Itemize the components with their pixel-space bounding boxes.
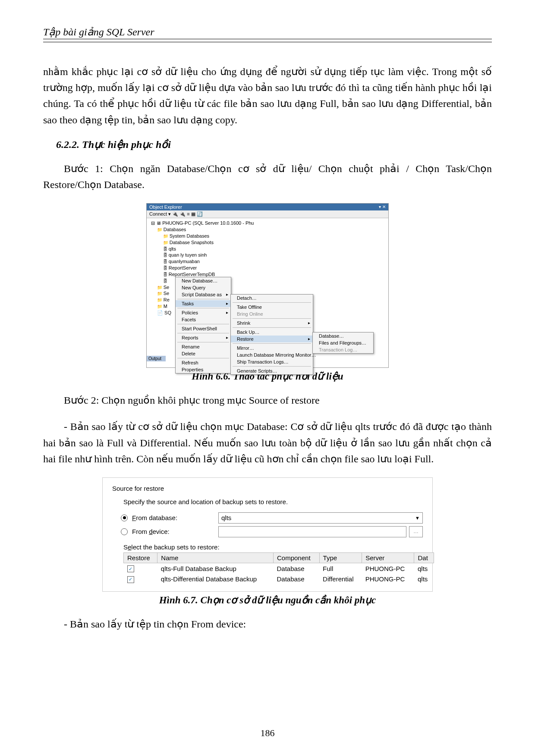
- mi-newdb[interactable]: New Database…: [176, 277, 231, 284]
- figure-6-7: Source for restore Specify the source an…: [102, 477, 433, 592]
- mi-rename[interactable]: Rename: [176, 343, 231, 350]
- cell-server-0: PHUONG-PC: [362, 563, 414, 574]
- mi-launchmirror[interactable]: Launch Database Mirroring Monitor…: [231, 351, 313, 358]
- from-db-combo[interactable]: qlts ▼: [218, 512, 423, 524]
- mi-startps[interactable]: Start PowerShell: [176, 325, 231, 332]
- object-explorer-titlebar: Object Explorer ▾ ✕: [147, 204, 388, 210]
- mi-backup[interactable]: Back Up…: [231, 329, 313, 336]
- from-device-label: From device:: [132, 528, 201, 535]
- paragraph-2: - Bản sao lấy từ cơ sở dữ liệu chọn mục …: [43, 419, 492, 467]
- header-title: Tập bài giảng SQL Server: [43, 26, 154, 38]
- th-name: Name: [157, 552, 274, 563]
- mi-mirror[interactable]: Mirror…: [231, 345, 313, 351]
- browse-button[interactable]: …: [409, 526, 423, 537]
- connect-button[interactable]: Connect ▾: [149, 211, 171, 216]
- object-explorer-title: Object Explorer: [149, 204, 182, 210]
- db-reportserver[interactable]: ReportServer: [151, 265, 239, 271]
- backup-sets-table[interactable]: Restore Name Component Type Server Dat ✓…: [123, 552, 434, 584]
- mi-refresh[interactable]: Refresh: [176, 359, 231, 366]
- select-backup-label: Select the backup sets to restore:: [123, 543, 423, 551]
- db-quanly[interactable]: quan ly tuyen sinh: [151, 252, 239, 258]
- cell-comp-1: Database: [274, 574, 320, 584]
- mi-tasks[interactable]: Tasks: [176, 300, 231, 307]
- output-pane-label: Output: [147, 356, 166, 361]
- toolbar-icons[interactable]: 🔌 🔌 ≡ ▦ 🔄: [172, 211, 203, 216]
- cell-db-1: qlts: [414, 574, 434, 584]
- step2: Bước 2: Chọn nguồn khôi phục trong mục S…: [43, 392, 492, 408]
- page-number: 186: [0, 728, 535, 739]
- th-component: Component: [274, 552, 320, 563]
- checkbox-row0[interactable]: ✓: [127, 565, 134, 572]
- table-row[interactable]: ✓ qlts-Differential Database Backup Data…: [124, 574, 434, 584]
- mi-reports[interactable]: Reports: [176, 334, 231, 341]
- mi-script[interactable]: Script Database as: [176, 291, 231, 298]
- from-device-box: [218, 526, 406, 537]
- object-explorer-toolbar[interactable]: Connect ▾ 🔌 🔌 ≡ ▦ 🔄: [147, 210, 388, 218]
- th-type: Type: [319, 552, 362, 563]
- table-row[interactable]: ✓ qlts-Full Database Backup Database Ful…: [124, 563, 434, 574]
- mi-genscripts[interactable]: Generate Scripts…: [231, 367, 313, 374]
- th-database: Dat: [414, 552, 434, 563]
- radio-from-device[interactable]: [121, 528, 128, 535]
- subheading-622: 6.2.2. Thực hiện phục hồi: [56, 138, 492, 151]
- th-server: Server: [362, 552, 414, 563]
- mi-takeoffline[interactable]: Take Offline: [231, 304, 313, 311]
- mi-facets[interactable]: Facets: [176, 316, 231, 323]
- th-restore: Restore: [124, 552, 157, 563]
- cell-name-0: qlts-Full Database Backup: [157, 563, 274, 574]
- server-node[interactable]: ⊟ 🖥 PHUONG-PC (SQL Server 10.0.1600 - Ph…: [151, 220, 239, 226]
- mi-newquery[interactable]: New Query: [176, 284, 231, 291]
- mi-shiplogs[interactable]: Ship Transaction Logs…: [231, 358, 313, 365]
- mi-detach[interactable]: Detach…: [231, 295, 313, 301]
- hint-text: Specify the source and location of backu…: [123, 498, 423, 505]
- db-quanlymuaban[interactable]: quanlymuaban: [151, 258, 239, 265]
- context-menu-1[interactable]: New Database… New Query Script Database …: [175, 277, 231, 373]
- from-database-row[interactable]: From database: qlts ▼: [121, 512, 423, 524]
- from-device-row[interactable]: From device: …: [121, 526, 423, 537]
- page-header: Tập bài giảng SQL Server: [43, 26, 492, 42]
- databases-node[interactable]: Databases: [151, 226, 239, 233]
- from-db-label: From database:: [132, 514, 201, 521]
- mi-restore-database[interactable]: Database…: [313, 333, 373, 339]
- snapshot-node[interactable]: Database Snapshots: [151, 239, 239, 246]
- radio-from-database[interactable]: [121, 514, 128, 521]
- mi-shrink[interactable]: Shrink: [231, 320, 313, 326]
- mi-restore-files[interactable]: Files and Filegroups…: [313, 339, 373, 346]
- cell-type-0: Full: [319, 563, 362, 574]
- pin-close-icons: ▾ ✕: [379, 204, 386, 210]
- caption-6-7: Hình 6.7. Chọn cơ sở dữ liệu nguồn cần k…: [43, 594, 492, 606]
- cell-db-0: qlts: [414, 563, 434, 574]
- paragraph-3: - Bản sao lấy từ tệp tin chọn From devic…: [64, 616, 492, 632]
- from-db-value: qlts: [221, 514, 231, 521]
- mi-restore[interactable]: Restore: [231, 336, 313, 342]
- mi-properties[interactable]: Properties: [176, 366, 231, 373]
- checkbox-row1[interactable]: ✓: [127, 576, 134, 583]
- cell-name-1: qlts-Differential Database Backup: [157, 574, 274, 584]
- mi-policies[interactable]: Policies: [176, 309, 231, 316]
- step1: Bước 1: Chọn ngăn Database/Chọn cơ sở dữ…: [43, 161, 492, 193]
- context-menu-3[interactable]: Database… Files and Filegroups… Transact…: [312, 332, 374, 354]
- mi-delete[interactable]: Delete: [176, 350, 231, 357]
- db-qlts[interactable]: qlts: [151, 246, 239, 252]
- figure-6-6: Object Explorer ▾ ✕ Connect ▾ 🔌 🔌 ≡ ▦ 🔄 …: [146, 203, 389, 368]
- mi-bringonline: Bring Online: [231, 311, 313, 317]
- cell-type-1: Differential: [319, 574, 362, 584]
- cell-comp-0: Database: [274, 563, 320, 574]
- cell-server-1: PHUONG-PC: [362, 574, 414, 584]
- sysdb-node[interactable]: System Databases: [151, 233, 239, 239]
- chevron-down-icon: ▼: [415, 515, 420, 521]
- mi-restore-tlog: Transaction Log…: [313, 346, 373, 353]
- paragraph-1: nhằm khắc phục lại cơ sở dữ liệu cho ứng…: [43, 64, 492, 128]
- group-title: Source for restore: [112, 485, 423, 492]
- context-menu-2[interactable]: Detach… Take Offline Bring Online Shrink…: [230, 294, 313, 375]
